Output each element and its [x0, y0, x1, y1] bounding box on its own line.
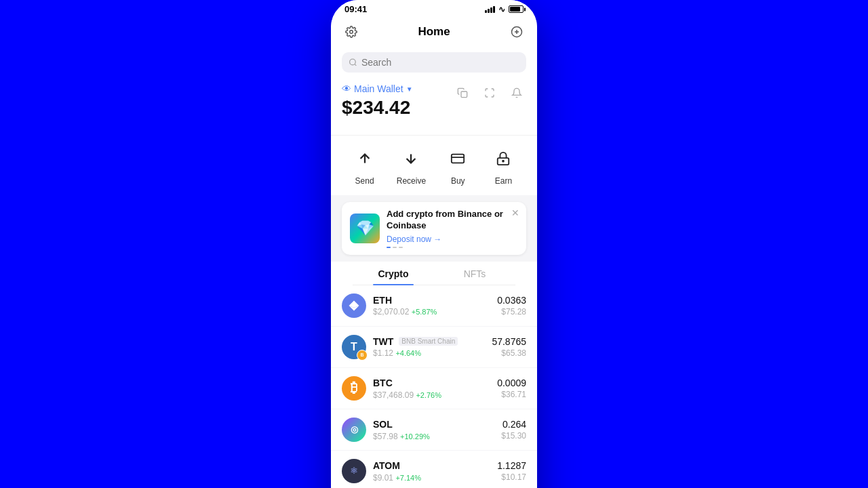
sol-symbol: SOL	[373, 419, 393, 430]
asset-item-atom[interactable]: ⚛ ATOM $9.01 +7.14% 1.1287 $10.17	[331, 451, 537, 488]
eth-icon	[342, 293, 366, 318]
twt-info: TWT BNB Smart Chain $1.12 +4.64%	[373, 336, 492, 358]
svg-point-2	[350, 59, 356, 65]
wallet-connect-button[interactable]	[507, 22, 526, 41]
eth-symbol: ETH	[373, 295, 392, 306]
earn-icon	[490, 145, 517, 172]
status-bar: 09:41 ∿	[331, 0, 537, 17]
eth-price: $2,070.02 +5.87%	[373, 307, 497, 317]
expand-button[interactable]	[480, 83, 499, 102]
tab-nfts[interactable]: NFTs	[434, 262, 515, 285]
copy-button[interactable]	[453, 83, 472, 102]
send-button[interactable]: Send	[351, 145, 378, 186]
btc-price: $37,468.09 +2.76%	[373, 390, 497, 400]
status-icons: ∿	[485, 5, 524, 14]
wifi-icon: ∿	[498, 5, 505, 14]
tab-crypto[interactable]: Crypto	[353, 262, 434, 285]
sol-amount: 0.264 $15.30	[501, 419, 526, 441]
eye-icon: 👁	[342, 83, 351, 94]
app-header: Home	[331, 17, 537, 48]
svg-point-0	[350, 30, 353, 34]
buy-icon	[444, 145, 471, 172]
asset-tabs: Crypto NFTs	[353, 262, 515, 285]
chevron-down-icon: ▼	[406, 85, 413, 93]
btc-icon: ₿	[342, 376, 366, 401]
asset-list: ETH $2,070.02 +5.87% 0.0363 $75.28 T B	[331, 285, 537, 488]
sol-icon: ◎	[342, 418, 366, 442]
svg-rect-3	[461, 92, 467, 98]
banner-dots	[387, 247, 518, 248]
action-buttons: Send Receive Buy	[331, 136, 537, 195]
notifications-button[interactable]	[507, 83, 526, 102]
eth-info: ETH $2,070.02 +5.87%	[373, 295, 497, 317]
battery-icon	[509, 5, 524, 13]
twt-amount: 57.8765 $65.38	[492, 336, 526, 358]
banner-title: Add crypto from Binance or Coinbase	[387, 209, 518, 232]
banner-graphic: 💎	[350, 214, 380, 243]
settings-button[interactable]	[342, 22, 361, 41]
twt-price: $1.12 +4.64%	[373, 348, 492, 358]
asset-item-eth[interactable]: ETH $2,070.02 +5.87% 0.0363 $75.28	[331, 285, 537, 327]
send-label: Send	[355, 176, 374, 186]
atom-symbol: ATOM	[373, 460, 400, 471]
wallet-balance: $234.42	[342, 97, 413, 119]
asset-item-twt[interactable]: T B TWT BNB Smart Chain $1.12 +4.64% 57.…	[331, 327, 537, 368]
earn-label: Earn	[495, 176, 512, 186]
wallet-action-icons	[453, 83, 526, 102]
search-icon	[349, 58, 357, 67]
search-input-wrap[interactable]	[342, 52, 526, 73]
banner-link[interactable]: Deposit now →	[387, 235, 518, 244]
twt-network: BNB Smart Chain	[399, 337, 458, 346]
svg-point-9	[502, 161, 504, 162]
btc-amount: 0.0009 $36.71	[497, 378, 526, 399]
buy-label: Buy	[451, 176, 465, 186]
banner-text: Add crypto from Binance or Coinbase Depo…	[387, 209, 518, 248]
receive-button[interactable]: Receive	[397, 145, 426, 186]
btc-symbol: BTC	[373, 378, 393, 388]
page-title: Home	[418, 25, 450, 39]
btc-info: BTC $37,468.09 +2.76%	[373, 377, 497, 400]
sol-price: $57.98 +10.29%	[373, 432, 501, 441]
atom-price: $9.01 +7.14%	[373, 473, 497, 483]
receive-icon	[397, 145, 425, 172]
wallet-section: 👁 Main Wallet ▼ $234.42	[331, 79, 537, 136]
eth-amount: 0.0363 $75.28	[497, 295, 526, 317]
banner-close-button[interactable]: ✕	[510, 207, 521, 218]
receive-label: Receive	[397, 176, 426, 186]
phone-frame: 09:41 ∿ Home	[331, 0, 537, 488]
asset-item-sol[interactable]: ◎ SOL $57.98 +10.29% 0.264 $15.30	[331, 409, 537, 451]
status-time: 09:41	[344, 4, 367, 14]
search-input[interactable]	[361, 57, 519, 68]
svg-rect-6	[452, 155, 464, 163]
wallet-name: Main Wallet	[354, 83, 403, 94]
signal-bars-icon	[485, 6, 495, 13]
wallet-selector[interactable]: 👁 Main Wallet ▼	[342, 83, 413, 94]
atom-info: ATOM $9.01 +7.14%	[373, 460, 497, 483]
atom-icon: ⚛	[342, 459, 366, 483]
atom-amount: 1.1287 $10.17	[497, 460, 526, 482]
tabs-container: Crypto NFTs	[331, 262, 537, 285]
sol-info: SOL $57.98 +10.29%	[373, 418, 501, 441]
earn-button[interactable]: Earn	[490, 145, 517, 186]
asset-item-btc[interactable]: ₿ BTC $37,468.09 +2.76% 0.0009 $36.71	[331, 368, 537, 409]
twt-symbol: TWT	[373, 336, 393, 347]
twt-icon: T B	[342, 335, 366, 359]
buy-button[interactable]: Buy	[444, 145, 471, 186]
search-section	[331, 48, 537, 79]
promotion-banner: 💎 Add crypto from Binance or Coinbase De…	[342, 202, 526, 255]
send-icon	[351, 145, 378, 172]
